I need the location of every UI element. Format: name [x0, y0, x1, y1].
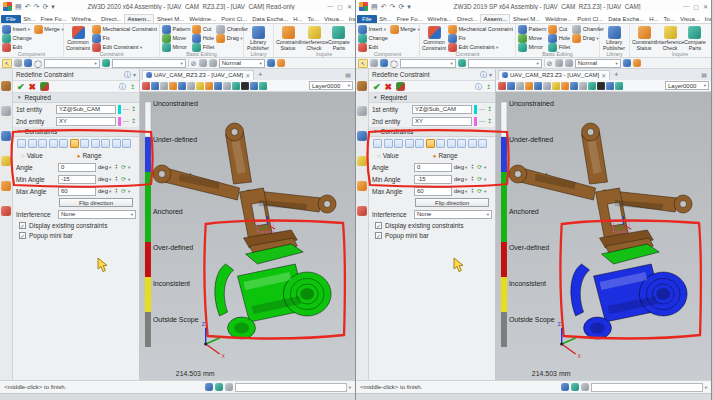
mechanical-constraint-button[interactable]: Mechanical Constraint: [92, 25, 157, 33]
tab-wireframe[interactable]: Wirefra...: [69, 15, 98, 23]
entity-pick-icon[interactable]: ↥: [487, 117, 492, 125]
refresh-icon[interactable]: ⟳: [398, 2, 404, 11]
refresh-icon[interactable]: ⟳: [42, 2, 48, 11]
tab-close-icon[interactable]: ✕: [601, 72, 606, 79]
angle-spinner[interactable]: ▴▾: [470, 164, 475, 170]
info-icon[interactable]: ⓘ: [480, 70, 487, 80]
panel-pin-icon[interactable]: ▾: [133, 71, 136, 79]
range-radio[interactable]: ●Range: [77, 152, 102, 159]
min-angle-spinner[interactable]: ▴▾: [114, 176, 119, 182]
black-edge-icon[interactable]: [597, 82, 605, 90]
info-icon[interactable]: ⓘ: [124, 70, 131, 80]
angle-unit[interactable]: deg▾: [98, 164, 112, 170]
hole-button[interactable]: Hole: [192, 34, 214, 42]
maximize-button[interactable]: ▢: [337, 3, 343, 10]
selection-combo[interactable]: ▾: [112, 59, 186, 68]
cancel-button[interactable]: ✖: [385, 82, 393, 92]
save-icon[interactable]: ▤: [15, 2, 22, 11]
constraint-status-button[interactable]: Constraint Status: [276, 25, 300, 49]
da-extra-1-icon[interactable]: [267, 59, 275, 67]
parallel-constraint-icon[interactable]: [49, 139, 58, 148]
tab-tools[interactable]: To...: [305, 15, 321, 23]
layer-manager-icon[interactable]: [1, 206, 11, 216]
min-angle-unit[interactable]: deg▾: [98, 176, 112, 182]
undo-icon[interactable]: ↶: [25, 2, 31, 11]
constraints-section-header[interactable]: ▼Constraints: [369, 127, 495, 137]
max-angle-spinner[interactable]: ▴▾: [114, 188, 119, 194]
concentric-constraint-icon[interactable]: [38, 139, 47, 148]
min-angle-options-icon[interactable]: ▾: [128, 177, 130, 182]
camera-model[interactable]: [571, 244, 687, 339]
rotate-icon[interactable]: [169, 82, 177, 90]
layer-combo[interactable]: Layer0000▾: [309, 81, 353, 90]
angle-expression-icon[interactable]: ⟳: [477, 163, 482, 171]
tab-file[interactable]: File: [357, 15, 377, 23]
panel-up-icon[interactable]: ↥: [130, 83, 135, 91]
tab-direct[interactable]: Direct...: [98, 15, 124, 23]
min-angle-input[interactable]: -15: [58, 175, 96, 184]
close-button[interactable]: ✕: [347, 3, 352, 10]
layer-manager-icon[interactable]: [357, 206, 367, 216]
qat-dropdown-icon[interactable]: ▾: [51, 2, 55, 11]
section-view-icon[interactable]: [214, 82, 222, 90]
second-entity-input[interactable]: XY: [412, 117, 472, 126]
tab-shape[interactable]: Sh...: [21, 15, 38, 23]
interference-select[interactable]: None▾: [414, 210, 492, 219]
view-refresh-icon[interactable]: [142, 82, 150, 90]
rotate-icon[interactable]: [525, 82, 533, 90]
tab-tools[interactable]: To...: [661, 15, 677, 23]
max-angle-spinner[interactable]: ▴▾: [470, 188, 475, 194]
apply-toggle-icon[interactable]: [396, 82, 405, 91]
angle-constraint-icon[interactable]: [426, 139, 435, 148]
library-publisher-button[interactable]: Library Publisher: [602, 25, 626, 49]
state-filter-1-icon[interactable]: [199, 59, 207, 67]
image-manager-icon[interactable]: [1, 181, 11, 191]
pan-icon[interactable]: [160, 82, 168, 90]
tab-dataexchange[interactable]: Data Excha...: [606, 15, 647, 23]
history-manager-icon[interactable]: [1, 106, 11, 116]
redo-icon[interactable]: ↷: [34, 2, 40, 11]
merge-button[interactable]: Merge▾: [34, 25, 64, 33]
tab-weldment[interactable]: Weldme...: [187, 15, 219, 23]
tab-inquire[interactable]: Inq...: [346, 15, 355, 23]
tab-sheetmetal[interactable]: Sheet M...: [510, 15, 542, 23]
min-angle-expression-icon[interactable]: ⟳: [477, 175, 482, 183]
save-icon[interactable]: ▤: [371, 2, 378, 11]
ok-button[interactable]: ✔: [17, 82, 25, 92]
tab-inquire[interactable]: Inq...: [702, 15, 711, 23]
min-angle-options-icon[interactable]: ▾: [484, 177, 486, 182]
max-angle-options-icon[interactable]: ▾: [128, 189, 130, 194]
pick-list-icon[interactable]: [380, 59, 388, 67]
symmetry-constraint-icon[interactable]: [112, 139, 121, 148]
visual-style-icon[interactable]: [615, 82, 623, 90]
panel-pin-icon[interactable]: ▾: [489, 71, 492, 79]
first-entity-input[interactable]: YZ@Sub_CAM: [56, 105, 116, 114]
panel-help-icon[interactable]: ⓘ: [475, 82, 482, 92]
panel-help-icon[interactable]: ⓘ: [119, 82, 126, 92]
command-input[interactable]: [235, 383, 347, 392]
insert-button[interactable]: Insert▾: [2, 25, 32, 33]
interference-select[interactable]: None▾: [58, 210, 136, 219]
tab-sheetmetal[interactable]: Sheet M...: [154, 15, 186, 23]
image-manager-icon[interactable]: [357, 181, 367, 191]
display-mode-combo[interactable]: Normal▾: [575, 59, 621, 68]
calculator-icon[interactable]: [225, 383, 233, 391]
middle-constraint-icon[interactable]: [457, 139, 466, 148]
tab-close-icon[interactable]: ✕: [245, 72, 250, 79]
apply-toggle-icon[interactable]: [40, 82, 49, 91]
maximize-button[interactable]: ▢: [693, 3, 699, 10]
concentric-constraint-icon[interactable]: [394, 139, 403, 148]
edit-button[interactable]: Edit: [358, 43, 388, 51]
min-angle-expression-icon[interactable]: ⟳: [121, 175, 126, 183]
angle-unit[interactable]: deg▾: [454, 164, 468, 170]
camera-model[interactable]: [215, 244, 331, 339]
value-radio[interactable]: ○Value: [21, 152, 43, 159]
min-angle-spinner[interactable]: ▴▾: [470, 176, 475, 182]
max-angle-expression-icon[interactable]: ⟳: [477, 187, 482, 195]
pick-list-icon[interactable]: [24, 59, 32, 67]
visual-manager-icon[interactable]: [1, 156, 11, 166]
max-angle-unit[interactable]: deg▾: [98, 188, 112, 194]
perpendicular-constraint-icon[interactable]: [415, 139, 424, 148]
interference-check-button[interactable]: Interference Check: [302, 25, 326, 49]
perspective-icon[interactable]: [588, 82, 596, 90]
